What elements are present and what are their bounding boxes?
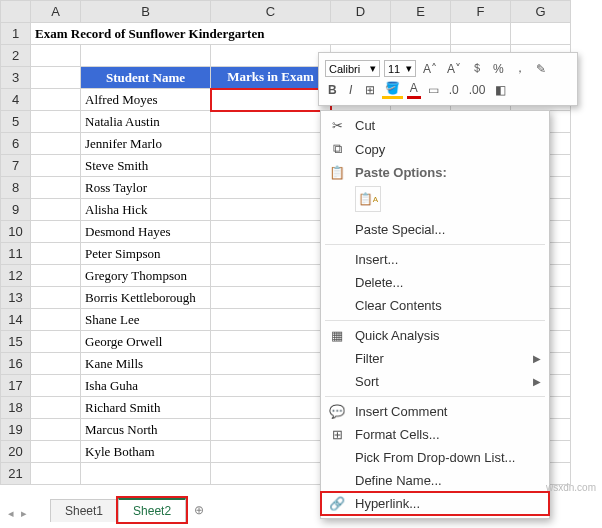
table-cell[interactable]: Peter Simpson — [81, 243, 211, 265]
comma-button[interactable]: ， — [511, 59, 529, 78]
table-cell[interactable] — [211, 309, 331, 331]
menu-paste-special[interactable]: Paste Special... — [321, 218, 549, 241]
table-cell[interactable]: Steve Smith — [81, 155, 211, 177]
format-button[interactable]: ◧ — [492, 82, 509, 98]
row-header[interactable]: 3 — [1, 67, 31, 89]
table-cell[interactable]: Isha Guha — [81, 375, 211, 397]
grow-font-button[interactable]: A˄ — [420, 61, 440, 77]
font-color-button[interactable]: A — [407, 80, 421, 99]
row-header[interactable]: 12 — [1, 265, 31, 287]
table-cell[interactable] — [211, 177, 331, 199]
format-painter-icon[interactable]: ✎ — [533, 61, 549, 77]
menu-insert-comment[interactable]: 💬Insert Comment — [321, 400, 549, 423]
table-cell[interactable]: Alisha Hick — [81, 199, 211, 221]
table-cell[interactable]: Kyle Botham — [81, 441, 211, 463]
table-cell[interactable]: Jennifer Marlo — [81, 133, 211, 155]
table-cell[interactable]: Marcus North — [81, 419, 211, 441]
col-header-B[interactable]: B — [81, 1, 211, 23]
border-button[interactable]: ⊞ — [362, 82, 378, 98]
bold-button[interactable]: B — [325, 82, 340, 98]
currency-button[interactable]: ＄ — [468, 59, 486, 78]
table-cell[interactable]: Borris Kettleborough — [81, 287, 211, 309]
tab-sheet1[interactable]: Sheet1 — [50, 499, 118, 522]
menu-quick-analysis[interactable]: ▦Quick Analysis — [321, 324, 549, 347]
table-cell[interactable] — [211, 375, 331, 397]
tab-nav-arrows[interactable]: ◂ ▸ — [8, 507, 29, 520]
row-header[interactable]: 7 — [1, 155, 31, 177]
row-header[interactable]: 6 — [1, 133, 31, 155]
row-header[interactable]: 21 — [1, 463, 31, 485]
menu-delete[interactable]: Delete... — [321, 271, 549, 294]
table-cell[interactable] — [211, 397, 331, 419]
row-header[interactable]: 19 — [1, 419, 31, 441]
table-cell[interactable] — [211, 221, 331, 243]
menu-pick-dropdown[interactable]: Pick From Drop-down List... — [321, 446, 549, 469]
font-size-selector[interactable]: 11▾ — [384, 60, 416, 77]
fill-color-button[interactable]: 🪣 — [382, 80, 403, 99]
table-cell[interactable] — [211, 441, 331, 463]
row-header[interactable]: 13 — [1, 287, 31, 309]
table-cell[interactable]: Natalia Austin — [81, 111, 211, 133]
menu-sort[interactable]: Sort▶ — [321, 370, 549, 393]
italic-button[interactable]: I — [344, 82, 358, 98]
row-header[interactable]: 4 — [1, 89, 31, 111]
row-header[interactable]: 5 — [1, 111, 31, 133]
table-cell[interactable] — [211, 287, 331, 309]
col-header-F[interactable]: F — [451, 1, 511, 23]
col-header-G[interactable]: G — [511, 1, 571, 23]
table-cell[interactable] — [211, 133, 331, 155]
menu-define-name[interactable]: Define Name... — [321, 469, 549, 492]
table-cell[interactable]: Desmond Hayes — [81, 221, 211, 243]
new-sheet-button[interactable]: ⊕ — [186, 499, 212, 521]
row-header[interactable]: 15 — [1, 331, 31, 353]
row-header[interactable]: 11 — [1, 243, 31, 265]
row-header[interactable]: 9 — [1, 199, 31, 221]
table-cell[interactable] — [211, 243, 331, 265]
menu-filter[interactable]: Filter▶ — [321, 347, 549, 370]
percent-button[interactable]: % — [490, 61, 507, 77]
row-header[interactable]: 8 — [1, 177, 31, 199]
col-header-E[interactable]: E — [391, 1, 451, 23]
tab-sheet2[interactable]: Sheet2 — [118, 498, 186, 522]
selected-cell[interactable] — [211, 89, 331, 111]
table-header-marks: Marks in Exam — [211, 67, 331, 89]
table-cell[interactable]: Ross Taylor — [81, 177, 211, 199]
col-header-A[interactable]: A — [31, 1, 81, 23]
table-cell[interactable]: Gregory Thompson — [81, 265, 211, 287]
paste-default-button[interactable]: 📋A — [355, 186, 381, 212]
row-header[interactable]: 14 — [1, 309, 31, 331]
row-header[interactable]: 2 — [1, 45, 31, 67]
row-header[interactable]: 16 — [1, 353, 31, 375]
row-header[interactable]: 1 — [1, 23, 31, 45]
row-header[interactable]: 10 — [1, 221, 31, 243]
table-cell[interactable] — [211, 265, 331, 287]
table-cell[interactable]: Richard Smith — [81, 397, 211, 419]
table-cell[interactable] — [211, 199, 331, 221]
row-header[interactable]: 20 — [1, 441, 31, 463]
increase-decimal-button[interactable]: .00 — [466, 82, 489, 98]
menu-insert[interactable]: Insert... — [321, 248, 549, 271]
table-cell[interactable] — [211, 155, 331, 177]
menu-hyperlink[interactable]: 🔗Hyperlink... — [321, 492, 549, 515]
table-cell[interactable] — [211, 111, 331, 133]
table-cell[interactable]: Shane Lee — [81, 309, 211, 331]
row-header[interactable]: 17 — [1, 375, 31, 397]
table-cell[interactable] — [211, 353, 331, 375]
col-header-D[interactable]: D — [331, 1, 391, 23]
table-cell[interactable]: Alfred Moyes — [81, 89, 211, 111]
menu-cut[interactable]: ✂Cut — [321, 114, 549, 137]
table-cell[interactable] — [211, 331, 331, 353]
merge-button[interactable]: ▭ — [425, 82, 442, 98]
menu-copy[interactable]: ⧉Copy — [321, 137, 549, 161]
row-header[interactable]: 18 — [1, 397, 31, 419]
font-selector[interactable]: Calibri▾ — [325, 60, 380, 77]
menu-format-cells[interactable]: ⊞Format Cells... — [321, 423, 549, 446]
table-cell[interactable]: Kane Mills — [81, 353, 211, 375]
table-cell[interactable] — [211, 419, 331, 441]
decrease-decimal-button[interactable]: .0 — [446, 82, 462, 98]
col-header-C[interactable]: C — [211, 1, 331, 23]
select-all-corner[interactable] — [1, 1, 31, 23]
shrink-font-button[interactable]: A˅ — [444, 61, 464, 77]
menu-clear-contents[interactable]: Clear Contents — [321, 294, 549, 317]
table-cell[interactable]: George Orwell — [81, 331, 211, 353]
